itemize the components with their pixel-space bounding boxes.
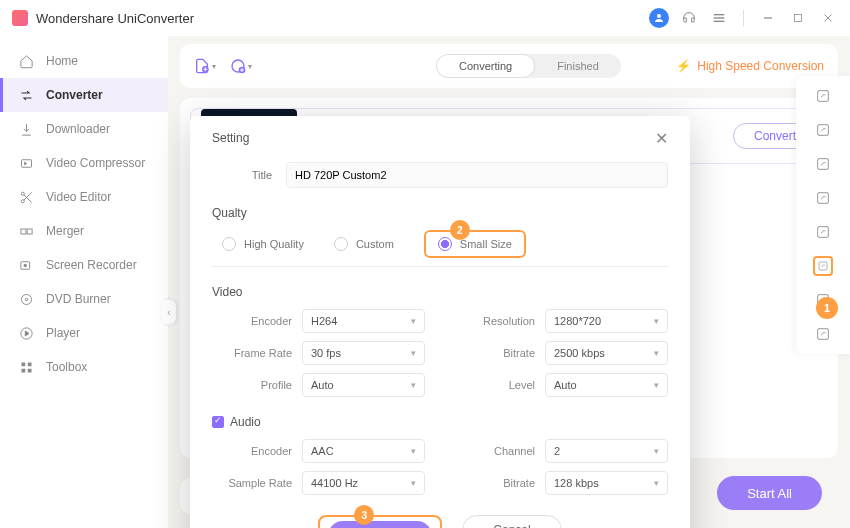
edit-preset-icon[interactable] bbox=[813, 86, 833, 106]
channel-label: Channel bbox=[455, 445, 535, 457]
framerate-label: Frame Rate bbox=[212, 347, 292, 359]
sidebar-label: Merger bbox=[46, 224, 84, 238]
audio-encoder-select[interactable]: AAC bbox=[302, 439, 425, 463]
add-url-button[interactable]: ▾ bbox=[230, 55, 252, 77]
create-button[interactable]: Create bbox=[328, 521, 432, 528]
sidebar-item-dvd[interactable]: DVD Burner bbox=[0, 282, 168, 316]
sidebar-item-recorder[interactable]: Screen Recorder bbox=[0, 248, 168, 282]
dialog-title: Setting bbox=[212, 131, 249, 145]
video-encoder-select[interactable]: H264 bbox=[302, 309, 425, 333]
svg-rect-1 bbox=[714, 14, 725, 15]
app-title: Wondershare UniConverter bbox=[36, 11, 194, 26]
sidebar-item-home[interactable]: Home bbox=[0, 44, 168, 78]
sidebar-label: Home bbox=[46, 54, 78, 68]
home-icon bbox=[18, 53, 34, 69]
download-icon bbox=[18, 121, 34, 137]
audio-bitrate-select[interactable]: 128 kbps bbox=[545, 471, 668, 495]
video-heading: Video bbox=[212, 285, 668, 299]
sidebar-label: Toolbox bbox=[46, 360, 87, 374]
audio-bitrate-label: Bitrate bbox=[455, 477, 535, 489]
video-encoder-label: Encoder bbox=[212, 315, 292, 327]
svg-rect-17 bbox=[27, 362, 31, 366]
annotation-badge-2: 2 bbox=[450, 220, 470, 240]
grid-icon bbox=[18, 359, 34, 375]
audio-checkbox[interactable] bbox=[212, 416, 224, 428]
svg-rect-9 bbox=[20, 229, 25, 234]
sidebar-item-converter[interactable]: Converter bbox=[0, 78, 168, 112]
bolt-icon: ⚡ bbox=[676, 59, 691, 73]
sidebar-label: Video Editor bbox=[46, 190, 111, 204]
menu-icon[interactable] bbox=[709, 8, 729, 28]
topbar: ▾ ▾ Converting Finished ⚡High Speed Conv… bbox=[180, 44, 838, 88]
title-label: Title bbox=[212, 169, 272, 181]
audio-heading: Audio bbox=[212, 415, 668, 429]
svg-rect-19 bbox=[27, 368, 31, 372]
sidebar-item-merger[interactable]: Merger bbox=[0, 214, 168, 248]
tab-bar: Converting Finished bbox=[436, 54, 621, 78]
sidebar: Home Converter Downloader Video Compress… bbox=[0, 36, 168, 528]
level-select[interactable]: Auto bbox=[545, 373, 668, 397]
edit-preset-icon[interactable] bbox=[813, 120, 833, 140]
close-icon[interactable] bbox=[818, 8, 838, 28]
sidebar-item-toolbox[interactable]: Toolbox bbox=[0, 350, 168, 384]
svg-rect-5 bbox=[795, 15, 802, 22]
minimize-icon[interactable] bbox=[758, 8, 778, 28]
cancel-button[interactable]: Cancel bbox=[462, 515, 561, 528]
converter-icon bbox=[18, 87, 34, 103]
edit-preset-icon[interactable] bbox=[813, 324, 833, 344]
svg-rect-2 bbox=[714, 17, 725, 18]
channel-select[interactable]: 2 bbox=[545, 439, 668, 463]
create-highlight: 3 Create bbox=[318, 515, 442, 528]
tab-finished[interactable]: Finished bbox=[535, 54, 621, 78]
radio-high-quality[interactable]: High Quality bbox=[222, 237, 304, 251]
sidebar-item-compressor[interactable]: Video Compressor bbox=[0, 146, 168, 180]
profile-select[interactable]: Auto bbox=[302, 373, 425, 397]
tab-converting[interactable]: Converting bbox=[436, 54, 535, 78]
play-icon bbox=[18, 325, 34, 341]
radio-small-size[interactable]: 2 Small Size bbox=[424, 230, 526, 258]
svg-point-7 bbox=[21, 192, 24, 195]
resolution-label: Resolution bbox=[455, 315, 535, 327]
high-speed-label[interactable]: ⚡High Speed Conversion bbox=[676, 59, 824, 73]
sidebar-item-player[interactable]: Player bbox=[0, 316, 168, 350]
maximize-icon[interactable] bbox=[788, 8, 808, 28]
svg-rect-18 bbox=[21, 368, 25, 372]
sidebar-item-editor[interactable]: Video Editor bbox=[0, 180, 168, 214]
framerate-select[interactable]: 30 fps bbox=[302, 341, 425, 365]
radio-custom[interactable]: Custom bbox=[334, 237, 394, 251]
disc-icon bbox=[18, 291, 34, 307]
sidebar-label: Player bbox=[46, 326, 80, 340]
start-all-button[interactable]: Start All bbox=[717, 476, 822, 510]
video-bitrate-label: Bitrate bbox=[455, 347, 535, 359]
edit-preset-icon-highlighted[interactable] bbox=[813, 256, 833, 276]
audio-encoder-label: Encoder bbox=[212, 445, 292, 457]
svg-rect-4 bbox=[764, 17, 772, 18]
video-bitrate-select[interactable]: 2500 kbps bbox=[545, 341, 668, 365]
resolution-select[interactable]: 1280*720 bbox=[545, 309, 668, 333]
svg-point-0 bbox=[657, 14, 661, 18]
merge-icon bbox=[18, 223, 34, 239]
sidebar-label: Video Compressor bbox=[46, 156, 145, 170]
svg-rect-16 bbox=[21, 362, 25, 366]
support-icon[interactable] bbox=[679, 8, 699, 28]
edit-preset-icon[interactable] bbox=[813, 222, 833, 242]
annotation-badge-1: 1 bbox=[816, 297, 838, 319]
scissors-icon bbox=[18, 189, 34, 205]
sidebar-label: Screen Recorder bbox=[46, 258, 137, 272]
record-icon bbox=[18, 257, 34, 273]
edit-preset-icon[interactable] bbox=[813, 188, 833, 208]
app-logo bbox=[12, 10, 28, 26]
samplerate-label: Sample Rate bbox=[212, 477, 292, 489]
svg-rect-3 bbox=[714, 21, 725, 22]
svg-point-14 bbox=[25, 298, 28, 301]
sidebar-item-downloader[interactable]: Downloader bbox=[0, 112, 168, 146]
profile-label: Profile bbox=[212, 379, 292, 391]
settings-dialog: Setting ✕ Title Qualty High Quality Cust… bbox=[190, 116, 690, 528]
samplerate-select[interactable]: 44100 Hz bbox=[302, 471, 425, 495]
title-input[interactable] bbox=[286, 162, 668, 188]
close-icon[interactable]: ✕ bbox=[655, 129, 668, 148]
add-file-button[interactable]: ▾ bbox=[194, 55, 216, 77]
svg-point-13 bbox=[21, 294, 31, 304]
edit-preset-icon[interactable] bbox=[813, 154, 833, 174]
user-avatar[interactable] bbox=[649, 8, 669, 28]
